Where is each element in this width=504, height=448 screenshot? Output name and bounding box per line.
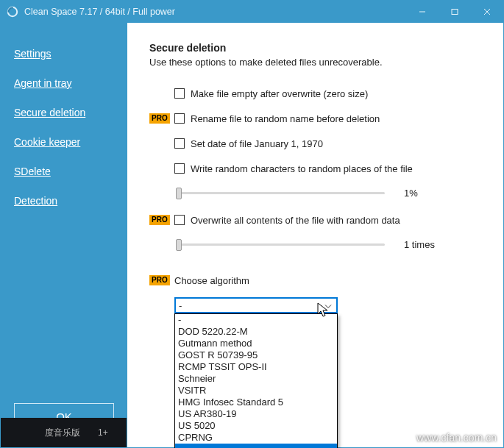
sidebar-item-secure-deletion[interactable]: Secure deletion [1,98,127,127]
sidebar: Settings Agent in tray Secure deletion C… [1,23,127,447]
label-rename: Rename file to random name before deleti… [191,113,380,124]
algorithm-option[interactable]: GOST R 50739-95 [175,349,337,361]
slider-random-places-wrap: 1% [174,185,486,200]
taskbar-text: 度音乐版 [45,427,80,439]
taskbar-text: 1+ [98,427,108,438]
checkbox-date[interactable] [174,138,185,149]
app-window: Clean Space 7.17 / 64bit / Full power Se… [0,0,504,448]
algorithm-option[interactable]: RCMP TSSIT OPS-II [175,361,337,373]
slider-thumb-icon[interactable] [176,239,182,251]
window-body: Settings Agent in tray Secure deletion C… [1,23,503,447]
algorithm-select-display[interactable]: - [174,297,338,313]
algorithm-option[interactable]: CPRNG [175,432,337,444]
sidebar-item-agent-in-tray[interactable]: Agent in tray [1,68,127,98]
window-title: Clean Space 7.17 / 64bit / Full power [24,7,175,17]
option-row-rename: PRO Rename file to random name before de… [149,110,486,127]
titlebar[interactable]: Clean Space 7.17 / 64bit / Full power [1,1,503,23]
algorithm-option[interactable]: - [175,314,337,326]
window-controls [406,1,503,23]
algorithm-dropdown-list[interactable]: -DOD 5220.22-MGutmann methodGOST R 50739… [174,313,338,448]
maximize-button[interactable] [439,1,471,23]
algorithm-option[interactable]: Schneier [175,373,337,385]
slider-overwrite-wrap: 1 times [174,237,486,252]
pro-badge: PRO [149,215,170,225]
sidebar-item-cookie-keeper[interactable]: Cookie keeper [1,127,127,157]
pro-badge: PRO [149,113,170,124]
option-row-empty: Make file empty after overwrite (zero si… [149,85,486,102]
label-empty: Make file empty after overwrite (zero si… [191,88,368,99]
sidebar-item-settings[interactable]: Settings [1,39,127,68]
algorithm-option[interactable]: US AR380-19 [175,408,337,420]
chevron-down-icon [324,300,332,311]
slider-random-places-value: 1% [404,188,418,199]
slider-random-places[interactable] [174,185,388,200]
close-button[interactable] [471,1,503,23]
label-random-places: Write random characters to random places… [191,163,413,174]
sidebar-item-detection[interactable]: Detection [1,186,127,216]
sidebar-item-sdelete[interactable]: SDelete [1,157,127,186]
checkbox-empty[interactable] [174,88,185,99]
slider-thumb-icon[interactable] [176,188,182,199]
minimize-button[interactable] [406,1,439,23]
option-row-algorithm: PRO Choose algorithm [149,272,486,288]
watermark: www.cfan.com.cn [416,432,497,444]
slider-overwrite-value: 1 times [404,239,435,250]
pro-badge: PRO [149,275,170,285]
algorithm-option[interactable]: HMG Infosec Standard 5 [175,397,337,408]
app-icon [7,6,18,18]
label-overwrite-all: Overwrite all contents of the file with … [191,215,400,226]
option-row-overwrite-all: PRO Overwrite all contents of the file w… [149,212,486,228]
svg-rect-1 [452,10,458,15]
algorithm-option[interactable]: DOD 5220.22-M [175,326,337,338]
algorithm-option[interactable]: Gutmann method [175,338,337,349]
algorithm-select[interactable]: - -DOD 5220.22-MGutmann methodGOST R 507… [174,297,338,313]
algorithm-selected-value: - [179,300,182,311]
option-row-date: Set date of file January 1, 1970 [149,135,486,152]
page-title: Secure deletion [149,42,486,54]
checkbox-random-places[interactable] [174,163,185,174]
taskbar-fragment: 度音乐版 1+ [1,418,127,447]
page-subtitle: Use these options to make deleted files … [149,57,486,68]
algorithm-option[interactable]: US 5020 [175,420,337,432]
checkbox-rename[interactable] [174,113,185,124]
option-row-random-places: Write random characters to random places… [149,160,486,177]
label-algorithm: Choose algorithm [174,275,249,286]
content-panel: Secure deletion Use these options to mak… [127,23,503,447]
label-date: Set date of file January 1, 1970 [191,138,323,149]
checkbox-overwrite-all[interactable] [174,215,185,225]
algorithm-option[interactable]: VSITR [175,385,337,397]
slider-overwrite[interactable] [174,237,388,252]
algorithm-option[interactable]: - [175,444,337,448]
